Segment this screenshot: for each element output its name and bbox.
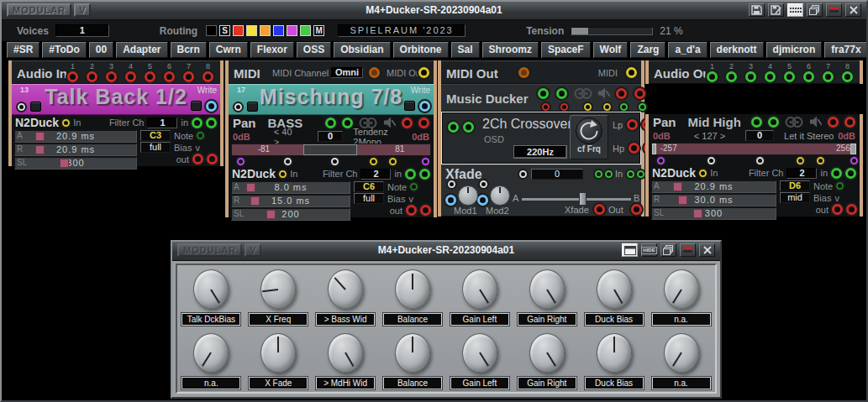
- tension-slider[interactable]: [571, 27, 653, 35]
- purple-minijack[interactable]: [422, 158, 429, 165]
- pan-in-right-jack[interactable]: [768, 117, 779, 128]
- pan-value[interactable]: 0: [745, 130, 774, 141]
- knob-gain-left[interactable]: [462, 269, 497, 309]
- purple-minijack[interactable]: [850, 157, 858, 164]
- note-in-jack[interactable]: [279, 170, 287, 178]
- crossover-in-left-jack[interactable]: [448, 122, 459, 133]
- mischung-write-jack[interactable]: [419, 101, 430, 112]
- knob-n-a-[interactable]: [193, 333, 229, 373]
- red-jack-7[interactable]: [183, 71, 194, 82]
- mod2-in-jack[interactable]: [477, 195, 488, 206]
- in-b-right-jack[interactable]: [637, 170, 644, 178]
- filter-ch-value[interactable]: 2: [360, 169, 391, 180]
- mod1-in-jack[interactable]: [445, 195, 456, 206]
- midi-out-jack[interactable]: [626, 67, 637, 78]
- green-jack-2[interactable]: [726, 71, 737, 82]
- preset-button-Flexor[interactable]: Flexor: [250, 42, 294, 58]
- bias-value[interactable]: full: [140, 142, 171, 153]
- bias-mode[interactable]: v: [408, 194, 413, 204]
- green-minijack[interactable]: [620, 103, 628, 111]
- red-minijack[interactable]: [560, 103, 568, 111]
- ducker-out-left-jack[interactable]: [616, 88, 627, 99]
- release-slider[interactable]: R 20.9 ms: [14, 144, 137, 156]
- pan-out-left-jack[interactable]: [828, 117, 839, 128]
- knob-balance[interactable]: [395, 269, 430, 309]
- save-icon[interactable]: [749, 3, 765, 17]
- mod1-knob[interactable]: [458, 185, 478, 206]
- attack-handle[interactable]: [35, 132, 45, 141]
- close-button[interactable]: [699, 243, 715, 257]
- green-jack-3[interactable]: [745, 71, 756, 82]
- preset-button-Obsidian[interactable]: Obsidian: [334, 42, 390, 58]
- note-jack[interactable]: [410, 183, 418, 191]
- save-as-icon[interactable]: [768, 3, 784, 17]
- note-value[interactable]: C6: [354, 181, 384, 192]
- pan-out-right-jack[interactable]: [844, 117, 855, 128]
- xfade-out-left-jack[interactable]: [594, 204, 605, 215]
- routing-green-swatch[interactable]: [300, 25, 311, 36]
- preset-button-SpaceF[interactable]: SpaceF: [541, 42, 591, 58]
- knob-talk-dckbias[interactable]: [193, 269, 229, 309]
- pan-slider-handle[interactable]: [652, 144, 656, 154]
- preset-button-00[interactable]: 00: [89, 42, 113, 58]
- main-titlebar[interactable]: MODULAR V M4+Ducker-SR-20230904a01: [2, 2, 866, 20]
- green-jack-6[interactable]: [803, 71, 814, 82]
- voices-value[interactable]: 1: [55, 24, 109, 37]
- bias-value[interactable]: full: [354, 193, 384, 204]
- panel-titlebar[interactable]: MODULAR V M4+Ducker-SR-20230904a01 HIDE: [172, 242, 720, 261]
- out-left-jack[interactable]: [192, 154, 203, 164]
- red-jack-6[interactable]: [164, 71, 175, 82]
- preset-button-#ToDo[interactable]: #ToDo: [42, 42, 86, 58]
- routing-red-swatch[interactable]: [233, 25, 244, 36]
- bias-mode[interactable]: v: [834, 193, 839, 203]
- midi-channel-value[interactable]: Omni: [331, 67, 363, 78]
- preset-button-fra77x[interactable]: fra77x: [824, 42, 866, 58]
- in-a-left-jack[interactable]: [595, 170, 602, 178]
- cf-frq-knob[interactable]: [576, 117, 602, 144]
- yellow-minijack[interactable]: [817, 157, 824, 164]
- green-jack-5[interactable]: [784, 71, 795, 82]
- knob--mdhi-wid[interactable]: [328, 333, 363, 373]
- note-jack[interactable]: [836, 182, 844, 190]
- preset-button-Orbitone[interactable]: Orbitone: [393, 42, 449, 58]
- hp-left-jack[interactable]: [629, 143, 639, 154]
- yellow-minijack[interactable]: [797, 157, 804, 164]
- pan-in-left-jack[interactable]: [751, 117, 762, 128]
- ducker-in-right-jack[interactable]: [556, 88, 567, 99]
- knob-duck-bias[interactable]: [597, 269, 632, 309]
- preset-button-Zarg[interactable]: Zarg: [630, 42, 665, 58]
- routing-solo-swatch[interactable]: S: [219, 25, 230, 36]
- minimize-button[interactable]: [826, 3, 842, 17]
- attack-slider[interactable]: A 20.9 ms: [651, 180, 776, 193]
- pan-out-right-jack[interactable]: [418, 117, 429, 128]
- midi-out-jack[interactable]: [418, 67, 429, 78]
- out-right-jack[interactable]: [846, 204, 857, 215]
- attack-handle[interactable]: [246, 183, 255, 192]
- filter-ch-value[interactable]: 2: [786, 168, 817, 179]
- xfade-slider-handle[interactable]: [579, 192, 587, 206]
- stereo-link-icon[interactable]: [785, 116, 803, 128]
- copy-windows-icon[interactable]: [660, 243, 676, 257]
- white-minijack[interactable]: [708, 157, 715, 164]
- snapshot-display[interactable]: SPIELRAUM '2023: [338, 24, 466, 37]
- red-minijack[interactable]: [542, 103, 550, 111]
- sl-handle[interactable]: [266, 210, 276, 219]
- pan-slider-handle[interactable]: [303, 144, 357, 155]
- xfade-out-right-jack[interactable]: [631, 204, 642, 215]
- talkback-write-jack[interactable]: [206, 101, 217, 112]
- purple-minijack[interactable]: [657, 157, 665, 164]
- ducker-out-right-jack[interactable]: [634, 88, 645, 99]
- pan-in-left-jack[interactable]: [325, 117, 336, 128]
- white-minijack[interactable]: [284, 158, 292, 165]
- panel-grid-icon[interactable]: [787, 3, 803, 17]
- red-jack-3[interactable]: [106, 71, 117, 82]
- routing-magenta-swatch[interactable]: [287, 25, 297, 36]
- attack-slider[interactable]: A 8.0 ms: [231, 181, 350, 194]
- knob-gain-right[interactable]: [529, 333, 565, 373]
- routing-blue-swatch[interactable]: [273, 25, 284, 36]
- xfade-cv-jack[interactable]: [519, 170, 527, 178]
- routing-mute-swatch[interactable]: M: [313, 25, 324, 36]
- release-slider[interactable]: R 30.0 ms: [651, 194, 776, 206]
- knob-gain-right[interactable]: [529, 269, 565, 309]
- preset-button-Cwrn[interactable]: Cwrn: [209, 42, 248, 58]
